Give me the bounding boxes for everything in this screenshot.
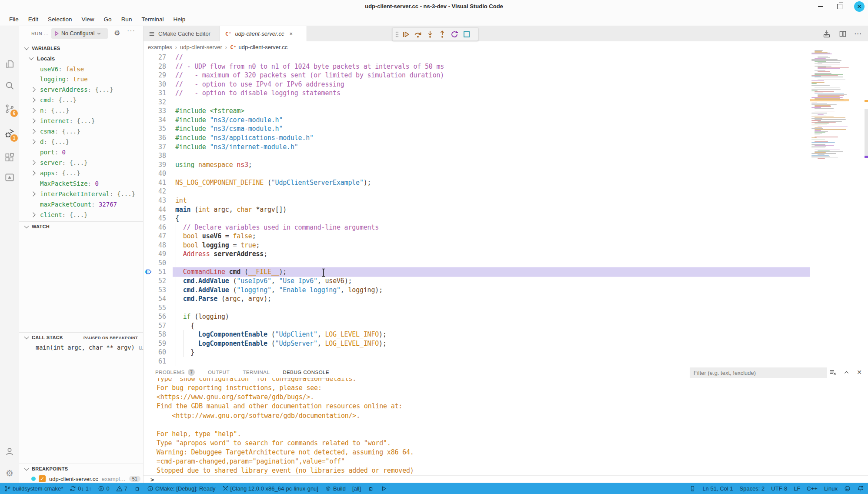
close-button[interactable]: ✕	[854, 1, 865, 12]
menu-item-file[interactable]: File	[4, 14, 23, 24]
variable-row-n[interactable]: n: {...}	[19, 105, 143, 116]
code-line-38[interactable]: 38	[144, 151, 809, 160]
statusbar-remote-indicator[interactable]	[689, 485, 696, 492]
debug-continue-button[interactable]	[400, 29, 412, 40]
code-line-58[interactable]: 58 LogComponentEnable ("UdpClient", LOG_…	[144, 330, 809, 339]
line-number[interactable]: 43	[144, 196, 166, 205]
activity-item-run-and-debug[interactable]: 1	[0, 125, 19, 142]
code-line-40[interactable]: 40	[144, 169, 809, 178]
activity-item-search[interactable]	[0, 77, 19, 94]
debug-more-actions-icon[interactable]: ···	[127, 27, 135, 35]
debug-config-dropdown[interactable]: No Configural	[51, 28, 108, 39]
chevron-right-icon[interactable]	[31, 109, 40, 112]
line-number[interactable]: 32	[144, 98, 166, 107]
filter-input[interactable]	[690, 370, 827, 376]
debug-stop-button[interactable]	[461, 29, 473, 40]
statusbar-encoding[interactable]: UTF-8	[771, 485, 787, 492]
activity-item-accounts[interactable]	[0, 443, 19, 460]
line-number[interactable]: 56	[144, 312, 166, 321]
locals-scope-row[interactable]: Locals	[19, 53, 143, 63]
minimap[interactable]	[810, 50, 849, 162]
line-number[interactable]: 35	[144, 124, 166, 134]
statusbar-cursor-position[interactable]: Ln 51, Col 1	[702, 485, 733, 492]
statusbar-feedback[interactable]	[844, 485, 851, 492]
code-line-56[interactable]: 56 if (logging)	[144, 312, 809, 321]
line-number[interactable]: 60	[144, 348, 166, 357]
variable-row-cmd[interactable]: cmd: {...}	[19, 95, 143, 105]
line-number[interactable]: 31	[144, 89, 166, 98]
call-stack-section-header[interactable]: CALL STACK PAUSED ON BREAKPOINT	[19, 333, 143, 342]
line-number[interactable]: 44	[144, 205, 166, 214]
chevron-right-icon[interactable]	[31, 119, 40, 123]
code-line-33[interactable]: 33#include <fstream>	[144, 107, 809, 116]
code-line-57[interactable]: 57 {	[144, 321, 809, 330]
drag-grip-icon[interactable]	[394, 30, 400, 38]
menu-item-terminal[interactable]: Terminal	[137, 14, 168, 24]
statusbar-error-count[interactable]: 0	[98, 485, 109, 492]
line-number[interactable]: 39	[144, 160, 166, 170]
code-line-35[interactable]: 35#include "ns3/csma-module.h"	[144, 124, 809, 134]
code-line-27[interactable]: 27//	[144, 53, 809, 62]
statusbar-warning-count[interactable]: 7	[116, 485, 127, 492]
line-number[interactable]: 34	[144, 116, 166, 125]
breakpoints-section-header[interactable]: BREAKPOINTS	[19, 464, 143, 474]
variable-row-apps[interactable]: apps: {...}	[19, 168, 143, 178]
code-line-48[interactable]: 48 bool logging = true;	[144, 241, 809, 250]
variable-row-serverAddress[interactable]: serverAddress: {...}	[19, 84, 143, 95]
line-number[interactable]: 50	[144, 259, 166, 268]
variable-row-client[interactable]: client: {...}	[19, 210, 143, 220]
menu-item-go[interactable]: Go	[99, 14, 117, 24]
panel-tab-problems[interactable]: PROBLEMS7	[155, 366, 195, 378]
debug-console-input-row[interactable]: >	[144, 475, 868, 483]
code-line-51[interactable]: 51 CommandLine cmd (__FILE__);	[144, 267, 809, 277]
tab-udp-client-server[interactable]: C⁺ udp-client-server.cc ×	[220, 26, 307, 41]
line-number[interactable]: 55	[144, 304, 166, 313]
line-number[interactable]: 58	[144, 330, 166, 339]
chevron-right-icon[interactable]	[31, 213, 40, 217]
statusbar-cmake-target[interactable]: [all]	[352, 485, 361, 492]
breakpoint-checkbox[interactable]: ✓	[39, 475, 46, 482]
code-line-52[interactable]: 52 cmd.AddValue ("useIpv6", "Use Ipv6", …	[144, 277, 809, 286]
line-number[interactable]: 53	[144, 286, 166, 295]
close-panel-icon[interactable]: ✕	[857, 369, 862, 376]
statusbar-cmake-status[interactable]: CMake: [Debug]: Ready	[147, 485, 216, 492]
statusbar-platform[interactable]: Linux	[824, 485, 838, 492]
line-number[interactable]: 48	[144, 241, 166, 250]
code-line-54[interactable]: 54 cmd.Parse (argc, argv);	[144, 294, 809, 304]
variable-row-d[interactable]: d: {...}	[19, 137, 143, 147]
statusbar-cmake-debug[interactable]	[367, 485, 374, 492]
chevron-right-icon[interactable]	[31, 88, 40, 91]
chevron-right-icon[interactable]	[31, 98, 40, 102]
statusbar-cmake-kit[interactable]: [Clang 12.0.0 x86_64-pc-linux-gnu]	[222, 485, 318, 492]
code-editor[interactable]: 27//28// - UDP flow from n0 to n1 of 102…	[144, 53, 868, 366]
tab-cmake-cache-editor[interactable]: CMake Cache Editor	[144, 26, 220, 41]
chevron-right-icon[interactable]	[31, 140, 40, 144]
line-number[interactable]: 28	[144, 62, 166, 71]
line-number[interactable]: 45	[144, 214, 166, 223]
variable-row-logging[interactable]: logging: true	[19, 74, 143, 84]
maximize-panel-icon[interactable]	[843, 369, 850, 376]
download-tray-icon[interactable]	[822, 29, 831, 39]
line-number[interactable]: 42	[144, 187, 166, 196]
scrollbar-slider[interactable]	[865, 109, 868, 158]
code-line-60[interactable]: 60 }	[144, 348, 809, 357]
restore-button[interactable]	[835, 2, 845, 11]
code-line-49[interactable]: 49 Address serverAddress;	[144, 250, 809, 259]
code-line-34[interactable]: 34#include "ns3/core-module.h"	[144, 116, 809, 125]
line-number[interactable]: 57	[144, 321, 166, 330]
menu-item-view[interactable]: View	[77, 14, 99, 24]
debug-step-out-button[interactable]	[436, 29, 448, 40]
clear-console-icon[interactable]	[829, 369, 836, 376]
code-line-44[interactable]: 44main (int argc, char *argv[])	[144, 205, 809, 214]
code-line-28[interactable]: 28// - UDP flow from n0 to n1 of 1024 by…	[144, 62, 809, 71]
code-line-59[interactable]: 59 LogComponentEnable ("UdpServer", LOG_…	[144, 339, 809, 348]
line-number[interactable]: 41	[144, 178, 166, 187]
line-number[interactable]: 33	[144, 107, 166, 116]
variable-row-interPacketInterval[interactable]: interPacketInterval: {...}	[19, 189, 143, 199]
debug-restart-button[interactable]	[448, 29, 461, 40]
debug-step-over-button[interactable]	[412, 29, 424, 40]
code-line-36[interactable]: 36#include "ns3/applications-module.h"	[144, 134, 809, 143]
line-number[interactable]: 47	[144, 232, 166, 241]
chevron-right-icon[interactable]	[31, 130, 40, 133]
breadcrumb-item[interactable]: udp-client-server.cc	[239, 44, 288, 50]
